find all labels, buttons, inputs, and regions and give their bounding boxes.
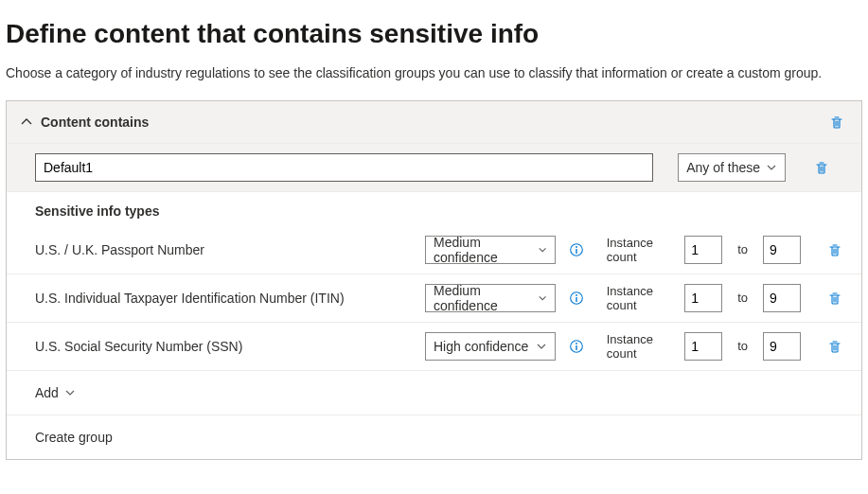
svg-point-4 xyxy=(576,294,577,296)
chevron-down-icon xyxy=(64,387,76,398)
chevron-down-icon xyxy=(538,244,547,256)
svg-rect-2 xyxy=(576,249,576,254)
instance-count-label: Instance count xyxy=(607,236,671,264)
trash-icon xyxy=(814,160,829,175)
instance-min-input[interactable] xyxy=(684,236,722,264)
confidence-dropdown[interactable]: Medium confidence xyxy=(425,236,556,264)
content-contains-panel: Content contains Any of these Sensitive … xyxy=(6,100,862,460)
confidence-value: Medium confidence xyxy=(434,235,532,265)
add-dropdown[interactable]: Add xyxy=(35,385,76,400)
svg-rect-5 xyxy=(576,297,576,302)
page-description: Choose a category of industry regulation… xyxy=(6,64,862,83)
svg-point-7 xyxy=(576,343,577,344)
confidence-dropdown[interactable]: Medium confidence xyxy=(425,284,556,312)
section-title: Content contains xyxy=(41,115,825,130)
collapse-icon[interactable] xyxy=(20,115,33,129)
instance-max-input[interactable] xyxy=(763,332,801,361)
instance-min-input[interactable] xyxy=(684,332,722,361)
chevron-down-icon xyxy=(538,292,547,304)
instance-count-label: Instance count xyxy=(607,332,671,361)
svg-rect-8 xyxy=(576,345,576,350)
panel-header: Content contains xyxy=(7,101,861,144)
to-label: to xyxy=(734,291,752,305)
sensitive-type-row: U.S. Social Security Number (SSN) High c… xyxy=(7,323,861,371)
confidence-value: High confidence xyxy=(434,339,528,354)
trash-icon xyxy=(827,291,842,306)
sensitive-type-row: U.S. / U.K. Passport Number Medium confi… xyxy=(7,226,861,274)
trash-icon xyxy=(829,115,844,130)
delete-row-button[interactable] xyxy=(824,335,846,358)
instance-max-input[interactable] xyxy=(763,236,801,264)
add-label: Add xyxy=(35,385,59,400)
chevron-down-icon xyxy=(536,341,547,352)
delete-group-button[interactable] xyxy=(810,156,833,179)
match-mode-label: Any of these xyxy=(686,160,760,175)
create-group-button[interactable]: Create group xyxy=(35,430,113,445)
group-config-row: Any of these xyxy=(7,144,861,192)
sensitive-types-heading: Sensitive info types xyxy=(7,192,861,226)
confidence-dropdown[interactable]: High confidence xyxy=(425,332,556,361)
sensitive-type-label: U.S. Social Security Number (SSN) xyxy=(35,339,414,354)
delete-row-button[interactable] xyxy=(824,287,846,309)
add-row: Add xyxy=(7,371,861,415)
sensitive-type-label: U.S. Individual Taxpayer Identification … xyxy=(35,291,414,306)
trash-icon xyxy=(827,339,842,354)
confidence-value: Medium confidence xyxy=(434,283,532,313)
sensitive-type-row: U.S. Individual Taxpayer Identification … xyxy=(7,274,861,323)
create-group-row: Create group xyxy=(7,415,861,459)
group-name-input[interactable] xyxy=(35,153,653,182)
delete-row-button[interactable] xyxy=(824,238,846,261)
page-title: Define content that contains sensitive i… xyxy=(6,19,862,49)
to-label: to xyxy=(734,242,752,256)
chevron-down-icon xyxy=(766,162,777,173)
to-label: to xyxy=(734,339,752,353)
trash-icon xyxy=(827,242,842,257)
info-icon[interactable] xyxy=(569,291,584,306)
sensitive-type-label: U.S. / U.K. Passport Number xyxy=(35,242,414,257)
svg-point-1 xyxy=(576,246,577,248)
delete-section-button[interactable] xyxy=(825,111,848,133)
instance-min-input[interactable] xyxy=(684,284,722,312)
info-icon[interactable] xyxy=(569,242,584,257)
instance-count-label: Instance count xyxy=(607,284,671,312)
instance-max-input[interactable] xyxy=(763,284,801,312)
match-mode-dropdown[interactable]: Any of these xyxy=(678,153,786,182)
info-icon[interactable] xyxy=(569,339,584,354)
